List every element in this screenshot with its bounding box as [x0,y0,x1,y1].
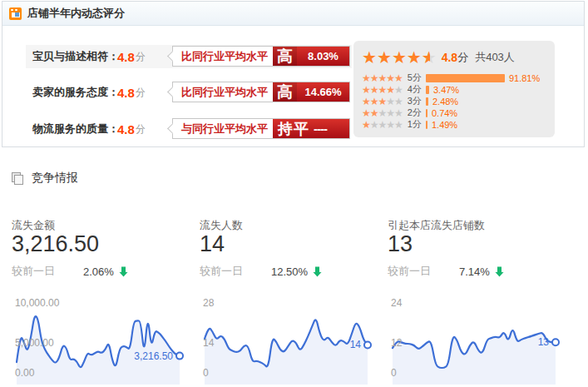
breakdown-bar [426,74,505,82]
rating-label: 物流服务的质量： [32,122,117,136]
svg-text:12: 12 [391,337,403,349]
rating-summary-panel: ★★★★★★ 4.8 分 共403人 ★★★★★ 5分 91.81% ★★★★★… [353,41,555,137]
change-percent: 7.14% [459,265,490,278]
metric-value: 3,216.50 [12,231,99,257]
star-rating-icons: ★★★★★★ [362,49,437,67]
svg-text:0: 0 [203,367,209,379]
compare-label: 较前一日 [12,264,83,279]
badge-percent: 14.66% [297,82,349,102]
badge-char: 持平 [273,119,314,138]
breakdown-bar [426,109,427,117]
badge-percent: 8.03% [297,47,349,66]
breakdown-row: ★★★★★ 3分 2.48% [362,96,555,107]
metric-compare-row: 较前一日 2.06% [12,264,196,279]
rating-row-logistics: 物流服务的质量： 4.8 分 与同行业平均水平 持平 ---- [26,117,352,141]
breakdown-bar [426,97,428,106]
compare-text: 与同行业平均水平 [173,119,273,138]
compare-callout: 比同行业平均水平 高 14.66% [172,82,350,102]
breakdown-stars-icons: ★★★★★ [362,97,403,107]
summary-score-unit: 分 [457,50,468,65]
compare-badge: 高 8.03% [273,47,349,66]
trend-chart-lost-amount[interactable]: 10,000.005,000.000.003,216.50 [12,296,196,385]
compare-text: 比同行业平均水平 [173,47,273,66]
compare-badge: 高 14.66% [273,82,349,102]
breakdown-label: 3分 [408,95,422,107]
down-arrow-icon [495,266,504,277]
rating-label: 宝贝与描述相符： [32,49,117,64]
calendar-icon [9,7,22,20]
compare-callout: 比同行业平均水平 高 8.03% [172,46,350,67]
svg-text:14: 14 [350,339,362,350]
breakdown-label: 4分 [408,83,422,96]
compare-callout: 与同行业平均水平 持平 ---- [172,118,350,139]
trend-chart-competitor-shops[interactable]: 2412013 [388,296,572,385]
svg-text:3,216.50: 3,216.50 [134,350,173,362]
svg-text:0: 0 [391,367,397,379]
rating-score: 4.8 [117,50,135,64]
breakdown-row: ★★★★★ 1分 1.49% [362,119,555,130]
metric-value: 13 [388,231,413,257]
breakdown-stars-icons: ★★★★★ [362,85,403,95]
score-unit: 分 [136,50,146,64]
score-unit: 分 [136,86,146,100]
breakdown-stars-icons: ★★★★★ [362,120,403,130]
metric-card-lost-customers[interactable]: 流失人数 14 较前一日 12.50% 2814014 [200,149,384,387]
rating-breakdown: ★★★★★ 5分 91.81% ★★★★★ 4分 3.47% ★★★★★ 3分 … [362,72,555,130]
breakdown-percent: 0.74% [432,108,457,118]
svg-text:24: 24 [391,297,403,309]
metric-compare-row: 较前一日 12.50% [200,264,384,279]
competition-section: 竞争情报 流失金额 3,216.50 较前一日 2.06% 10,000.005… [0,149,588,387]
down-arrow-icon [119,266,128,277]
summary-star-row: ★★★★★★ 4.8 分 共403人 [362,47,555,67]
breakdown-percent: 91.81% [509,73,540,83]
svg-text:5,000.00: 5,000.00 [15,337,54,349]
svg-text:13: 13 [538,336,550,348]
breakdown-percent: 3.47% [433,85,459,95]
score-unit: 分 [136,122,146,136]
summary-score: 4.8 [442,51,457,64]
badge-suffix: ---- [314,119,327,138]
rating-panel-header: 店铺半年内动态评分 [2,2,584,26]
rating-panel: 店铺半年内动态评分 宝贝与描述相符： 4.8 分 比同行业平均水平 高 8.03… [2,1,585,147]
rating-label: 卖家的服务态度： [32,85,117,100]
metric-compare-row: 较前一日 7.14% [388,264,572,279]
breakdown-row: ★★★★★ 4分 3.47% [362,84,555,95]
compare-label: 较前一日 [200,264,271,279]
breakdown-label: 1分 [408,118,422,131]
svg-text:10,000.00: 10,000.00 [15,297,60,309]
compare-text: 比同行业平均水平 [173,82,273,102]
svg-text:28: 28 [203,297,215,309]
down-arrow-icon [313,266,322,277]
badge-char: 高 [273,82,297,102]
svg-text:0.00: 0.00 [15,367,35,379]
badge-char: 高 [273,47,297,66]
rating-score: 4.8 [117,122,135,136]
rating-row-service: 卖家的服务态度： 4.8 分 比同行业平均水平 高 14.66% [26,81,352,104]
breakdown-row: ★★★★★ 2分 0.74% [362,107,555,118]
change-percent: 2.06% [83,265,114,278]
compare-label: 较前一日 [388,264,459,279]
rating-score: 4.8 [117,86,135,100]
breakdown-bar [426,86,429,94]
breakdown-percent: 2.48% [432,97,458,107]
rating-row-description: 宝贝与描述相符： 4.8 分 比同行业平均水平 高 8.03% [26,45,352,68]
trend-chart-lost-customers[interactable]: 2814014 [200,296,384,385]
breakdown-row: ★★★★★ 5分 91.81% [362,72,555,83]
rating-panel-title: 店铺半年内动态评分 [27,6,125,21]
metric-card-lost-amount[interactable]: 流失金额 3,216.50 较前一日 2.06% 10,000.005,000.… [12,149,196,387]
breakdown-stars-icons: ★★★★★ [362,73,403,83]
breakdown-bar [426,121,427,129]
compare-badge: 持平 ---- [273,119,349,138]
change-percent: 12.50% [271,265,308,278]
breakdown-label: 5分 [408,72,422,84]
metric-value: 14 [200,231,225,257]
breakdown-stars-icons: ★★★★★ [362,108,403,118]
metric-card-competitor-shops[interactable]: 引起本店流失店铺数 13 较前一日 7.14% 2412013 [388,149,572,387]
summary-total-raters: 共403人 [475,50,515,65]
svg-text:14: 14 [203,337,215,349]
breakdown-percent: 1.49% [432,120,457,130]
breakdown-label: 2分 [408,107,422,119]
